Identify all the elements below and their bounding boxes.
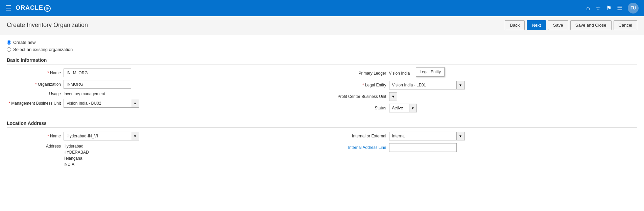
legal-entity-tooltip: Legal Entity: [416, 67, 445, 77]
bell-icon[interactable]: ☰: [617, 4, 622, 12]
internal-external-select-wrapper: ▼: [389, 132, 465, 140]
location-left-col: Name ▼ Address Hyderabad HYDERABAD Telan…: [7, 132, 312, 170]
location-name-row: Name ▼: [7, 132, 312, 140]
basic-info-form: Name Organization Usage Inventory manage…: [7, 69, 637, 115]
header-buttons: Back Next Save Save and Close Cancel: [505, 20, 637, 30]
internal-external-dropdown-btn[interactable]: ▼: [457, 132, 465, 140]
select-existing-label: Select an existing organization: [13, 47, 73, 52]
create-new-radio[interactable]: [7, 40, 11, 45]
page-title: Create Inventory Organization: [7, 22, 88, 29]
select-existing-radio[interactable]: [7, 47, 11, 52]
page-header: Create Inventory Organization Back Next …: [0, 16, 644, 34]
mgmt-bu-dropdown-btn[interactable]: ▼: [131, 99, 139, 108]
location-right-col: Internal or External ▼ Internal Address …: [332, 132, 638, 170]
internal-address-row: Internal Address Line: [332, 143, 638, 152]
status-dropdown: Active ▼: [389, 104, 417, 112]
back-button[interactable]: Back: [505, 20, 525, 30]
name-row: Name: [7, 69, 312, 77]
legal-entity-select-wrapper: ▼: [389, 81, 465, 89]
address-content: Hyderabad HYDERABAD Telangana INDIA: [64, 143, 89, 167]
legal-entity-search-btn[interactable]: ▼: [457, 81, 465, 89]
address-label: Address: [7, 143, 61, 149]
location-form: Name ▼ Address Hyderabad HYDERABAD Telan…: [7, 132, 637, 170]
content-area: Create new Select an existing organizati…: [0, 34, 644, 181]
location-name-input[interactable]: [64, 132, 131, 140]
oracle-logo: ORACLE®: [16, 4, 51, 12]
location-name-dropdown-btn[interactable]: ▼: [131, 132, 139, 140]
status-label: Status: [332, 106, 386, 110]
create-new-label: Create new: [13, 40, 35, 45]
user-avatar[interactable]: FU: [628, 3, 639, 14]
usage-row: Usage Inventory management: [7, 91, 312, 96]
radio-group: Create new Select an existing organizati…: [7, 40, 637, 52]
mgmt-bu-row: Management Business Unit ▼: [7, 99, 312, 108]
create-new-radio-item: Create new: [7, 40, 637, 45]
usage-label: Usage: [7, 91, 61, 96]
profit-center-row: Profit Center Business Unit ▼: [332, 92, 638, 101]
mgmt-bu-input[interactable]: [64, 99, 131, 108]
page-container: Create Inventory Organization Back Next …: [0, 16, 644, 211]
save-button[interactable]: Save: [548, 20, 568, 30]
internal-address-line-label: Internal Address Line: [332, 145, 386, 150]
organization-input[interactable]: [64, 80, 131, 89]
internal-address-line-input[interactable]: [389, 143, 457, 152]
address-line2: HYDERABAD: [64, 149, 89, 155]
internal-address-line-link[interactable]: Internal Address Line: [348, 145, 386, 150]
status-row: Status Active ▼: [332, 104, 638, 112]
internal-external-label: Internal or External: [332, 134, 386, 138]
cancel-button[interactable]: Cancel: [614, 20, 637, 30]
home-icon[interactable]: ⌂: [586, 5, 590, 12]
hamburger-menu-icon[interactable]: ☰: [5, 4, 11, 12]
legal-entity-label: Legal Entity: [332, 83, 386, 87]
nav-right: ⌂ ☆ ⚑ ☰ FU: [586, 3, 639, 14]
location-section-header: Location Address: [7, 121, 637, 128]
star-icon[interactable]: ☆: [595, 4, 601, 12]
organization-row: Organization: [7, 80, 312, 89]
address-line3: Telangana: [64, 155, 89, 161]
name-input[interactable]: [64, 69, 131, 77]
location-name-label: Name: [7, 134, 61, 138]
address-line4: INDIA: [64, 161, 89, 167]
save-close-button[interactable]: Save and Close: [570, 20, 612, 30]
location-section: Location Address Name ▼ Address: [7, 121, 637, 170]
primary-ledger-label: Primary Ledger: [332, 71, 386, 76]
primary-ledger-row: Primary Ledger Vision India Legal Entity: [332, 69, 638, 78]
primary-ledger-value: Vision India: [389, 71, 410, 76]
address-line1: Hyderabad: [64, 143, 89, 149]
select-existing-radio-item: Select an existing organization: [7, 47, 637, 52]
status-value: Active: [389, 104, 409, 112]
top-navigation: ☰ ORACLE® ⌂ ☆ ⚑ ☰ FU: [0, 0, 644, 16]
basic-info-right-col: Primary Ledger Vision India Legal Entity…: [332, 69, 638, 115]
internal-external-row: Internal or External ▼: [332, 132, 638, 140]
legal-entity-input[interactable]: [389, 81, 457, 89]
basic-info-section-header: Basic Information: [7, 57, 637, 64]
usage-value: Inventory management: [64, 91, 105, 96]
location-name-select-wrapper: ▼: [64, 132, 139, 140]
basic-info-left-col: Name Organization Usage Inventory manage…: [7, 69, 312, 115]
mgmt-bu-label: Management Business Unit: [7, 101, 61, 106]
internal-external-input[interactable]: [389, 132, 457, 140]
status-dropdown-btn[interactable]: ▼: [409, 104, 417, 112]
legal-entity-row: Legal Entity ▼: [332, 81, 638, 89]
nav-left: ☰ ORACLE®: [5, 4, 51, 12]
organization-label: Organization: [7, 82, 61, 87]
address-row: Address Hyderabad HYDERABAD Telangana IN…: [7, 143, 312, 167]
next-button[interactable]: Next: [527, 20, 546, 30]
profit-center-dropdown-btn[interactable]: ▼: [389, 92, 398, 101]
profit-center-label: Profit Center Business Unit: [332, 94, 386, 99]
name-label: Name: [7, 71, 61, 75]
flag-icon[interactable]: ⚑: [606, 4, 612, 12]
mgmt-bu-select-wrapper: ▼: [64, 99, 139, 108]
